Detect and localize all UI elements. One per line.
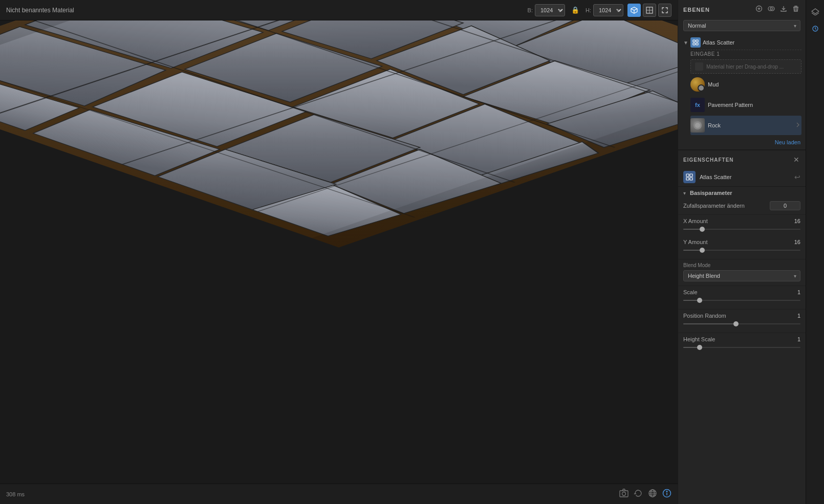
divider-2: [678, 259, 806, 259]
properties-title: EIGENSCHAFTEN: [683, 157, 734, 163]
layers-header-icons: [754, 4, 800, 15]
svg-rect-53: [696, 43, 698, 45]
svg-rect-59: [690, 178, 692, 180]
rock-layer-icon: [794, 121, 801, 130]
info-icon-button[interactable]: [662, 489, 671, 499]
svg-point-55: [695, 123, 700, 128]
layers-blend-mode-row: Normal: [678, 18, 806, 33]
position-random-param: Position Random 1: [678, 311, 806, 332]
blend-mode-select[interactable]: Height Blend Normal Multiply: [683, 270, 800, 281]
width-label: B:: [528, 7, 533, 13]
base-params-label: Basisparameter: [690, 190, 732, 196]
svg-rect-58: [686, 178, 689, 180]
divider-1: [678, 214, 806, 215]
eingabe-label: EINGABE 1: [690, 50, 801, 58]
viewport[interactable]: [0, 20, 678, 484]
camera-icon-button[interactable]: [619, 489, 628, 499]
width-select[interactable]: 1024 2048 512: [535, 4, 565, 16]
random-seed-param: Zufallsparameter ändern: [678, 199, 806, 213]
y-amount-thumb[interactable]: [700, 248, 705, 253]
expand-view-button[interactable]: [658, 4, 671, 17]
svg-rect-52: [693, 43, 695, 45]
rock-layer-thumb: [690, 118, 705, 133]
height-scale-slider[interactable]: [683, 344, 800, 351]
scale-label-row: Scale 1: [683, 289, 800, 295]
properties-panel: EIGENSCHAFTEN ✕ Atlas Scatter ↩ ▾ Basisp…: [678, 150, 806, 504]
atlas-scatter-header[interactable]: ▼ Atlas Scatter: [682, 35, 801, 50]
3d-view-button[interactable]: [627, 4, 641, 17]
height-scale-label-row: Height Scale 1: [683, 336, 800, 342]
svg-rect-50: [693, 40, 695, 42]
scale-slider[interactable]: [683, 297, 800, 304]
x-amount-label-row: X Amount 16: [683, 218, 800, 224]
svg-rect-56: [686, 174, 689, 177]
y-amount-param: Y Amount 16: [678, 237, 806, 258]
height-select-wrapper: 1024 2048 512: [593, 4, 623, 16]
window-title: Nicht benanntes Material: [6, 7, 74, 14]
drag-drop-slot[interactable]: Material hier per Drag-and-drop ...: [690, 59, 801, 74]
prop-node-icon: [683, 171, 696, 183]
svg-point-49: [770, 7, 774, 11]
lock-icon[interactable]: 🔒: [569, 5, 581, 15]
close-properties-icon[interactable]: ✕: [792, 155, 800, 165]
reload-link[interactable]: Neu laden: [678, 137, 806, 147]
scale-label: Scale: [683, 289, 698, 295]
height-scale-value: 1: [797, 336, 800, 342]
top-bar-controls: B: 1024 2048 512 🔒 H: 1024 2048 512: [528, 4, 671, 17]
scale-param: Scale 1: [678, 287, 806, 308]
slot-thumb: [695, 62, 703, 71]
mud-inner-circle: [698, 84, 705, 92]
layers-strip-icon[interactable]: [808, 4, 822, 18]
y-amount-slider[interactable]: [683, 247, 800, 254]
height-label: H:: [586, 7, 591, 13]
add-layer-icon[interactable]: [754, 4, 764, 15]
random-seed-label: Zufallsparameter ändern: [683, 203, 767, 209]
position-random-thumb[interactable]: [733, 321, 739, 326]
x-amount-value: 16: [794, 218, 800, 224]
mud-layer-item[interactable]: Mud: [690, 75, 801, 94]
divider-5: [678, 333, 806, 333]
layers-title: EBENEN: [683, 7, 710, 13]
atlas-section-icon: [690, 37, 701, 48]
prop-node-name: Atlas Scatter: [700, 174, 790, 180]
random-seed-input[interactable]: [770, 201, 800, 210]
mud-layer-thumb: [690, 77, 705, 92]
x-amount-thumb[interactable]: [700, 227, 705, 232]
layers-panel-header: EBENEN: [678, 0, 806, 18]
export-layer-icon[interactable]: [779, 4, 788, 15]
y-amount-label-row: Y Amount 16: [683, 239, 800, 245]
height-scale-param: Height Scale 1: [678, 334, 806, 355]
divider-4: [678, 309, 806, 310]
position-random-label: Position Random: [683, 313, 726, 319]
reset-node-icon[interactable]: ↩: [794, 173, 800, 181]
pavement-layer-item[interactable]: fx Pavement Pattern: [690, 95, 801, 115]
reload-label: Neu laden: [775, 139, 800, 145]
svg-point-38: [622, 492, 626, 496]
divider-3: [678, 286, 806, 286]
position-random-fill: [683, 323, 736, 324]
properties-strip-icon[interactable]: [808, 21, 822, 36]
drag-drop-text: Material hier per Drag-and-drop ...: [706, 64, 784, 70]
x-amount-label: X Amount: [683, 218, 708, 224]
prop-node-row: Atlas Scatter ↩: [678, 168, 806, 187]
height-select[interactable]: 1024 2048 512: [593, 4, 623, 16]
layers-blend-select[interactable]: Normal: [683, 20, 800, 31]
scale-thumb[interactable]: [697, 298, 702, 303]
globe-icon-button[interactable]: [648, 489, 657, 499]
position-random-value: 1: [797, 313, 800, 319]
atlas-section-label: Atlas Scatter: [703, 39, 800, 46]
height-scale-label: Height Scale: [683, 336, 715, 342]
layer-mask-icon[interactable]: [767, 4, 776, 15]
delete-layer-icon[interactable]: [791, 4, 800, 15]
base-params-header[interactable]: ▾ Basisparameter: [678, 187, 806, 199]
main-viewport-area: Nicht benanntes Material B: 1024 2048 51…: [0, 0, 678, 504]
rock-layer-item[interactable]: Rock: [690, 116, 801, 135]
blend-mode-label: Blend Mode: [683, 262, 800, 268]
x-amount-slider[interactable]: [683, 226, 800, 233]
position-random-slider[interactable]: [683, 320, 800, 327]
rotate-icon-button[interactable]: [634, 489, 643, 499]
height-scale-thumb[interactable]: [697, 345, 702, 350]
pavement-layer-thumb: fx: [690, 98, 705, 112]
input-slot-1: EINGABE 1 Material hier per Drag-and-dro…: [690, 50, 801, 135]
2d-view-button[interactable]: [643, 4, 656, 17]
